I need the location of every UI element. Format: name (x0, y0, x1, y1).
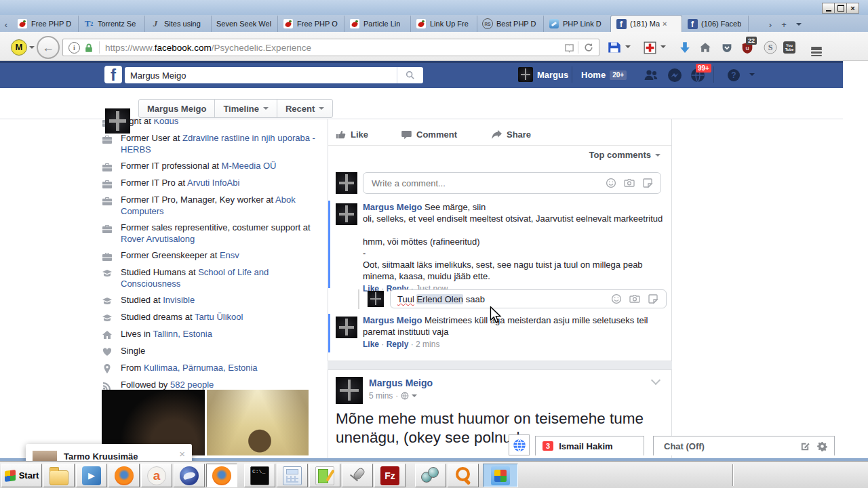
browser-tab-active[interactable]: f(181) Ma× (610, 15, 682, 32)
comment-reply-link[interactable]: Reply (387, 340, 409, 349)
page-info-icon[interactable]: i (68, 42, 80, 54)
browser-tab[interactable]: T2Torrentz Se (79, 16, 145, 32)
profile-avatar[interactable] (105, 108, 130, 134)
about-link[interactable]: Ensv (220, 250, 239, 260)
camera-icon[interactable] (624, 178, 635, 188)
browser-tab[interactable]: RSBest PHP D (477, 16, 544, 32)
browser-tab[interactable]: Particle Lin (344, 16, 411, 32)
camera-icon[interactable] (629, 293, 640, 304)
home-icon[interactable] (696, 38, 715, 57)
pocket-icon[interactable] (717, 38, 736, 57)
list-tabs-button[interactable] (791, 17, 804, 32)
facebook-search[interactable] (125, 67, 423, 83)
chevron-down-icon[interactable] (660, 45, 666, 48)
firefox-active-taskbar-button[interactable] (206, 464, 237, 487)
reload-icon[interactable] (578, 43, 599, 52)
friend-requests-button[interactable] (643, 68, 659, 84)
avatar[interactable] (336, 172, 357, 194)
profile-name-button[interactable]: Margus Meigo (139, 100, 215, 117)
window-titlebar[interactable]: × (0, 0, 868, 15)
post-timestamp-link[interactable]: 5 mins (369, 391, 393, 401)
messenger-button[interactable] (667, 68, 682, 85)
save-page-icon[interactable] (605, 38, 624, 57)
emoji-icon[interactable] (611, 293, 622, 304)
facebook-logo[interactable]: f (104, 66, 122, 83)
search-button[interactable] (397, 67, 423, 83)
a-app-taskbar-button[interactable] (141, 464, 172, 487)
youtube-icon[interactable]: YouTube (780, 38, 799, 57)
notification-toast[interactable]: × Tarmo Kruusimäe shared a memory. A few… (26, 444, 192, 461)
avatar[interactable] (368, 291, 384, 307)
share-button[interactable]: Share (491, 129, 531, 140)
browser-tab[interactable]: Free PHP D (12, 16, 79, 32)
browser-tab[interactable]: JSites using (145, 16, 212, 32)
comment-author-link[interactable]: Margus Meigo (363, 202, 422, 212)
browser-tab[interactable]: f(106) Faceb (682, 16, 749, 32)
comment-button[interactable]: Comment (401, 129, 457, 140)
microphone-taskbar-button[interactable] (342, 464, 373, 487)
about-link[interactable]: Arvuti InfoAbi (187, 178, 239, 188)
header-profile-link[interactable]: Margus (537, 70, 568, 80)
new-tab-button[interactable]: + (777, 17, 791, 32)
sticker-icon[interactable] (648, 293, 658, 304)
recent-dropdown[interactable]: Recent (277, 100, 332, 117)
gear-icon[interactable] (817, 441, 827, 451)
header-home-link[interactable]: Home20+ (581, 70, 627, 80)
calculator-taskbar-button[interactable] (277, 464, 308, 487)
close-icon[interactable]: × (179, 448, 185, 460)
photo-thumbnail[interactable] (207, 390, 309, 455)
medical-addon-icon[interactable] (640, 38, 659, 57)
scroll-tabs-right-button[interactable]: › (764, 17, 777, 32)
avatar[interactable] (336, 317, 357, 338)
m-addon-button[interactable]: M (11, 39, 35, 56)
browser-tab[interactable]: Seven Seek Wel (212, 16, 278, 32)
chat-globe-button[interactable] (509, 434, 530, 455)
start-button[interactable]: Start (1, 464, 42, 487)
timeline-dropdown[interactable]: Timeline (215, 100, 277, 117)
comment-author-link[interactable]: Margus Meigo (363, 315, 422, 325)
media-player-taskbar-button[interactable] (76, 464, 107, 487)
download-helper-icon[interactable] (675, 38, 694, 57)
about-link[interactable]: Tartu Ülikool (195, 312, 243, 322)
close-button[interactable]: × (846, 3, 859, 14)
lock-icon[interactable] (84, 43, 94, 53)
about-link[interactable]: Tallinn, Estonia (153, 329, 212, 339)
url-bar[interactable]: i https://www.facebook.com/Psychedelic.E… (62, 39, 599, 56)
comment-like-link[interactable]: Like (363, 340, 379, 349)
comment-input[interactable] (363, 178, 606, 188)
active-window-taskbar-button[interactable] (483, 464, 518, 487)
chat-bar[interactable]: Chat (Off) (653, 436, 835, 455)
avatar[interactable] (518, 67, 533, 82)
sticker-icon[interactable] (642, 178, 653, 188)
browser-tab[interactable]: Link Up Fre (411, 16, 477, 32)
reader-mode-icon[interactable] (560, 43, 578, 53)
comment-composer[interactable] (363, 172, 661, 194)
compose-icon[interactable] (800, 441, 810, 451)
terminal-taskbar-button[interactable] (244, 464, 275, 487)
about-link[interactable]: Kullimaa, Pärnumaa, Estonia (144, 363, 258, 373)
mention-token[interactable]: Erlend Olen (416, 294, 463, 304)
maximize-button[interactable] (834, 3, 847, 14)
chevron-down-icon[interactable] (412, 394, 417, 397)
avatar[interactable] (336, 377, 363, 404)
menu-hamburger-icon[interactable] (807, 38, 826, 57)
seamonkey-taskbar-button[interactable] (174, 464, 205, 487)
chevron-down-icon[interactable] (625, 45, 631, 48)
like-button[interactable]: Like (335, 129, 368, 140)
minimize-button[interactable] (822, 3, 835, 14)
avatar[interactable] (336, 203, 357, 225)
about-link[interactable]: Rover Arvutisalong (121, 234, 195, 244)
reply-composer[interactable]: Tuul Erlend Olen saab (390, 289, 667, 308)
emoji-icon[interactable] (606, 178, 616, 188)
back-button[interactable]: ← (37, 36, 60, 59)
help-button[interactable]: ? (727, 68, 741, 84)
search-input[interactable] (125, 70, 397, 81)
tab-close-icon[interactable]: × (663, 20, 667, 28)
firefox-taskbar-button[interactable] (108, 464, 140, 487)
account-menu-chevron-icon[interactable] (749, 73, 755, 76)
chat-tab[interactable]: 3 Ismail Hakim (535, 436, 644, 455)
post-author-link[interactable]: Margus Meigo (369, 378, 433, 388)
notepadpp-taskbar-button[interactable] (309, 464, 340, 487)
post-menu-chevron-icon[interactable] (651, 375, 660, 385)
s-addon-icon[interactable]: S (761, 38, 780, 57)
